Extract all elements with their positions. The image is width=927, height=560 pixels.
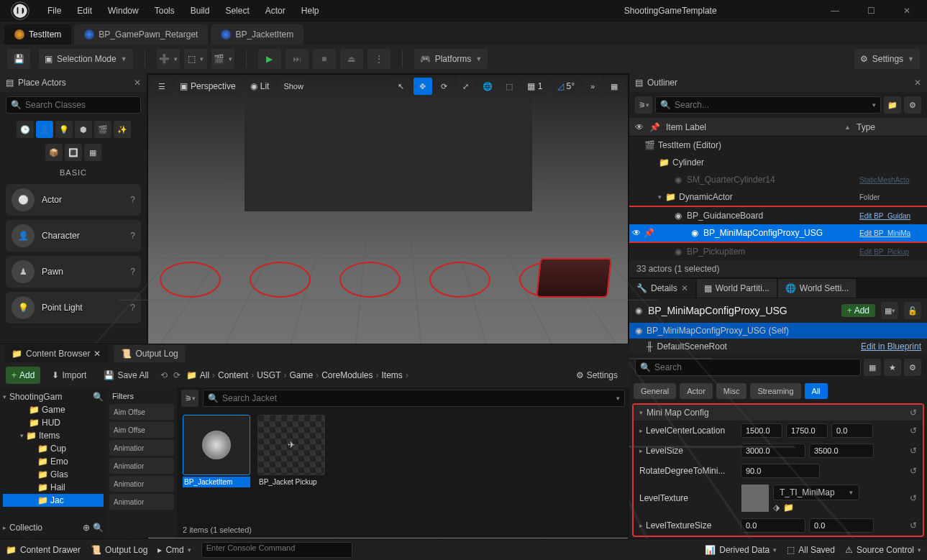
filter-all[interactable]: All xyxy=(805,383,828,399)
asset-bp-jacketpickup[interactable]: ✈ BP_Jacket Pickup xyxy=(257,415,325,516)
tab-gamepawn[interactable]: BP_GamePawn_Retarget xyxy=(74,24,208,45)
cinematic-category-button[interactable]: 🎬 xyxy=(94,121,111,138)
info-icon[interactable]: ? xyxy=(130,267,135,277)
tab-jacketitem[interactable]: BP_JacketItem xyxy=(211,24,303,45)
save-button[interactable]: 💾 xyxy=(7,49,30,69)
tab-content-browser[interactable]: 📁Content Browser✕ xyxy=(4,345,108,362)
maximize-viewport-button[interactable]: ▦ xyxy=(605,78,624,95)
type-col[interactable]: Type xyxy=(857,122,921,132)
menu-file[interactable]: File xyxy=(47,6,61,16)
surface-snap-button[interactable]: ⬚ xyxy=(500,78,519,95)
outliner-row[interactable]: ▾ 📁 DynamicActor Folder xyxy=(629,188,927,206)
filter-row[interactable]: Animatior xyxy=(109,476,174,492)
viewport-menu-button[interactable]: ☰ xyxy=(152,78,171,95)
stop-button[interactable]: ■ xyxy=(313,49,336,69)
pin-col[interactable]: 📌 xyxy=(649,122,660,132)
menu-tools[interactable]: Tools xyxy=(155,6,175,16)
lighting-button[interactable]: ◉Lit xyxy=(245,78,275,95)
close-icon[interactable]: ✕ xyxy=(93,349,101,359)
tree-item[interactable]: 📁HUD xyxy=(3,416,104,429)
tab-world-partition[interactable]: ▦World Partiti... xyxy=(697,279,777,298)
maximize-button[interactable]: ☐ xyxy=(857,6,885,16)
filter-row[interactable]: Animatior xyxy=(109,494,174,510)
crumb[interactable]: Items xyxy=(382,370,403,380)
close-panel-button[interactable]: ✕ xyxy=(134,78,141,88)
reset-icon[interactable]: ↺ xyxy=(910,446,917,456)
type-link[interactable]: Edit BP_Guidan xyxy=(859,212,924,220)
outliner-search-input[interactable]: 🔍 ▾ xyxy=(655,96,881,114)
volumes-category-button[interactable]: 🔳 xyxy=(65,144,82,161)
visibility-icon[interactable]: 👁 xyxy=(632,228,641,238)
settings-button[interactable]: ⚙ Settings ▼ xyxy=(854,49,920,69)
search-classes-input[interactable]: 🔍 xyxy=(6,96,141,114)
visibility-col[interactable]: 👁 xyxy=(635,122,644,132)
tab-output-log[interactable]: 📜Output Log xyxy=(114,345,185,362)
derived-data-button[interactable]: 📊Derived Data▾ xyxy=(705,545,777,555)
lights-category-button[interactable]: 💡 xyxy=(55,121,73,138)
outliner-row[interactable]: ◉ SM_QuarterCylinder14 StaticMeshActo xyxy=(629,171,927,188)
filter-button[interactable]: ⚞▾ xyxy=(635,96,652,114)
tree-header[interactable]: ShootingGam xyxy=(9,392,90,402)
details-settings-button[interactable]: ⚙ xyxy=(904,359,921,376)
tree-item-selected[interactable]: 📁Jac xyxy=(3,494,104,507)
recent-category-button[interactable]: 🕒 xyxy=(17,121,34,138)
source-control-button[interactable]: ⚠Source Control▾ xyxy=(845,545,921,555)
crumb[interactable]: USGT xyxy=(257,370,280,380)
filter-streaming[interactable]: Streaming xyxy=(750,383,800,399)
add-component-button[interactable]: +Add xyxy=(841,304,875,317)
y-input[interactable]: 1750.0 xyxy=(786,423,828,438)
menu-window[interactable]: Window xyxy=(108,6,139,16)
pin-icon[interactable]: 📌 xyxy=(644,228,654,238)
close-button[interactable]: ✕ xyxy=(892,6,921,16)
blueprint-button[interactable]: ▦▾ xyxy=(881,302,898,319)
all-saved-button[interactable]: ⬚All Saved xyxy=(787,545,835,555)
reset-icon[interactable]: ↺ xyxy=(910,520,917,531)
cinematics-button[interactable]: 🎬▾ xyxy=(211,49,234,69)
skip-button[interactable]: ⏭ xyxy=(286,49,309,69)
add-folder-button[interactable]: 📁 xyxy=(884,96,901,114)
type-link[interactable]: Edit BP_MiniMa xyxy=(859,229,924,237)
coord-button[interactable]: 🌐 xyxy=(478,78,497,95)
menu-build[interactable]: Build xyxy=(191,6,210,16)
crumb[interactable]: Game xyxy=(289,370,313,380)
tree-item[interactable]: 📁Emo xyxy=(3,455,104,468)
tree-item[interactable]: 📁Glas xyxy=(3,468,104,481)
fx-category-button[interactable]: ✨ xyxy=(114,121,131,138)
tree-item[interactable]: 📁Hail xyxy=(3,481,104,494)
actor-item-actor[interactable]: ⚪ Actor ? xyxy=(6,184,141,216)
edit-blueprint-link[interactable]: Edit in Blueprint xyxy=(861,341,921,352)
marketplace-button[interactable]: ⬚▾ xyxy=(184,49,207,69)
collections-header[interactable]: Collectio xyxy=(9,523,80,533)
import-button[interactable]: ⬇Import xyxy=(46,367,92,384)
crumb[interactable]: Content xyxy=(218,370,248,380)
outliner-row[interactable]: ◉ BP_Pickupitem Edit BP_Pickup xyxy=(629,243,927,260)
settings-button[interactable]: ⚙ xyxy=(904,96,921,114)
actor-item-character[interactable]: 👤 Character ? xyxy=(6,220,141,252)
search-icon[interactable]: 🔍 xyxy=(93,523,104,533)
rotate-tool-button[interactable]: ⟳ xyxy=(435,78,454,95)
lock-button[interactable]: 🔓 xyxy=(904,302,921,319)
filter-row[interactable]: Animatior xyxy=(109,458,174,474)
basic-category-button[interactable]: 👤 xyxy=(36,121,53,138)
content-drawer-button[interactable]: 📁Content Drawer xyxy=(6,545,81,555)
menu-help[interactable]: Help xyxy=(301,6,319,16)
reset-icon[interactable]: ↺ xyxy=(910,493,917,503)
reset-icon[interactable]: ↺ xyxy=(910,466,917,476)
outliner-row[interactable]: ◉ BP_GuidanceBoard Edit BP_Guidan xyxy=(629,207,927,224)
view-mode-button[interactable]: ▣Perspective xyxy=(174,78,242,95)
output-log-button[interactable]: 📜Output Log xyxy=(91,545,147,555)
play-button[interactable]: ▶ xyxy=(258,49,281,69)
camera-speed-button[interactable]: » xyxy=(583,78,602,95)
info-icon[interactable]: ? xyxy=(130,231,135,241)
menu-select[interactable]: Select xyxy=(225,6,249,16)
geometry-category-button[interactable]: 📦 xyxy=(45,144,63,161)
y-input[interactable]: 3500.0 xyxy=(809,444,874,458)
eject-button[interactable]: ⏏ xyxy=(340,49,363,69)
angle-snap-button[interactable]: ◿5° xyxy=(552,78,580,95)
tree-item[interactable]: 📁Cup xyxy=(3,442,104,455)
close-icon[interactable]: ✕ xyxy=(681,283,688,293)
show-button[interactable]: Show xyxy=(278,78,309,95)
all-link[interactable]: All xyxy=(200,370,209,380)
info-icon[interactable]: ? xyxy=(130,195,135,205)
history-back-button[interactable]: ⟲ xyxy=(160,370,168,380)
